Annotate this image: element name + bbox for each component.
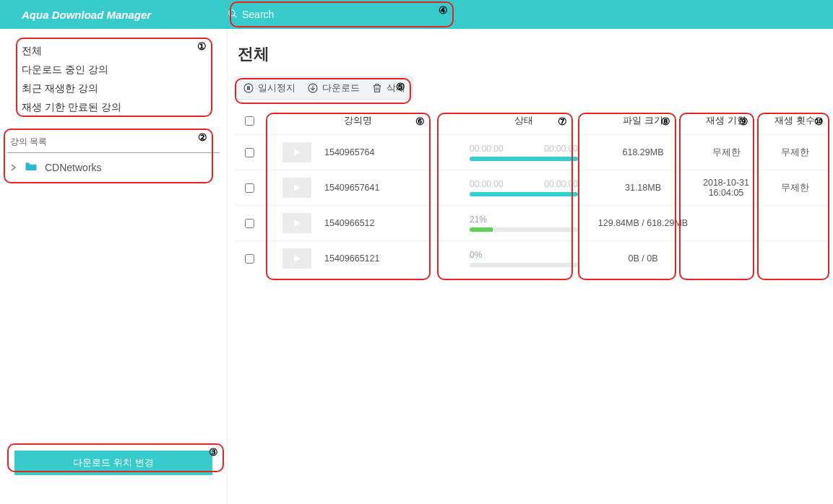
chevron-right-icon — [10, 162, 17, 173]
col-size: 파일 크기 — [596, 114, 690, 127]
row-checkbox[interactable] — [245, 148, 254, 157]
grid-header: 강의명 상태 파일 크기 재생 기한 재생 횟수 — [235, 107, 826, 134]
sidebar-item-downloading[interactable]: 다운로드 중인 강의 — [22, 61, 205, 79]
catalog-title: 강의 목록 — [7, 133, 220, 153]
play-thumb-icon[interactable] — [282, 248, 311, 269]
row-status: 0% — [452, 250, 596, 267]
row-checkbox[interactable] — [245, 254, 254, 264]
content: 전체 일시정지 다운로드 삭제 강의명 — [228, 29, 833, 504]
change-download-location-button[interactable]: 다운로드 위치 변경 — [14, 451, 212, 475]
svg-point-0 — [229, 9, 235, 15]
tree-item-cdnetworks[interactable]: CDNetworks — [7, 153, 220, 181]
sidebar-item-recent[interactable]: 최근 재생한 강의 — [22, 79, 205, 98]
table-row: 15409665121 0% 0B / 0B — [235, 240, 826, 276]
col-status: 상태 — [452, 114, 596, 127]
search-box[interactable]: Search — [228, 9, 833, 21]
row-status: 21% — [452, 214, 596, 232]
select-all-checkbox[interactable] — [245, 116, 254, 126]
row-plays: 무제한 — [762, 147, 827, 159]
grid: 강의명 상태 파일 크기 재생 기한 재생 횟수 1540965764 00:0… — [235, 107, 826, 276]
row-size: 129.84MB / 618.29MB — [596, 217, 690, 229]
row-checkbox[interactable] — [245, 183, 254, 193]
tree-item-label: CDNetworks — [45, 162, 102, 173]
table-row: 15409657641 00:00:0000:00:00 31.18MB 201… — [235, 170, 826, 205]
toolbar: 일시정지 다운로드 삭제 — [235, 77, 413, 100]
row-status: 00:00:0000:00:00 — [452, 144, 596, 161]
svg-rect-3 — [247, 86, 250, 90]
row-status: 00:00:0000:00:00 — [452, 179, 596, 196]
row-expire: 무제한 — [690, 147, 762, 159]
play-thumb-icon[interactable] — [282, 142, 311, 162]
row-size: 618.29MB — [596, 147, 690, 158]
sidebar-item-all[interactable]: 전체 — [22, 42, 205, 61]
sidebar: 전체 다운로드 중인 강의 최근 재생한 강의 재생 기한 만료된 강의 강의 … — [0, 29, 228, 504]
row-name: 1540966512 — [324, 218, 375, 228]
filter-list: 전체 다운로드 중인 강의 최근 재생한 강의 재생 기한 만료된 강의 — [0, 29, 227, 126]
row-size: 31.18MB — [596, 182, 690, 194]
page-title: 전체 — [235, 39, 826, 77]
col-plays: 재생 횟수 — [762, 114, 827, 127]
row-checkbox[interactable] — [245, 219, 254, 228]
topbar: Aqua Download Manager Search — [0, 0, 833, 29]
table-row: 1540966512 21% 129.84MB / 618.29MB — [235, 205, 826, 240]
play-thumb-icon[interactable] — [282, 178, 311, 198]
download-button[interactable]: 다운로드 — [307, 82, 360, 95]
table-row: 1540965764 00:00:0000:00:00 618.29MB 무제한… — [235, 134, 826, 170]
pause-button[interactable]: 일시정지 — [243, 82, 295, 95]
col-name: 강의명 — [264, 114, 452, 127]
col-expire: 재생 기한 — [690, 114, 762, 127]
sidebar-item-expired[interactable]: 재생 기한 만료된 강의 — [22, 98, 205, 117]
app-brand: Aqua Download Manager — [0, 9, 228, 21]
catalog: 강의 목록 CDNetworks — [0, 126, 227, 181]
svg-line-1 — [234, 14, 237, 17]
row-size: 0B / 0B — [596, 253, 690, 264]
row-name: 1540965764 — [324, 147, 375, 157]
row-plays: 무제한 — [762, 182, 827, 194]
folder-icon — [25, 160, 38, 174]
delete-button[interactable]: 삭제 — [371, 82, 405, 95]
row-name: 15409657641 — [324, 183, 379, 193]
play-thumb-icon[interactable] — [282, 213, 311, 233]
row-expire: 2018-10-31 16:04:05 — [690, 178, 762, 198]
search-icon — [228, 9, 238, 21]
row-name: 15409665121 — [324, 253, 379, 264]
search-placeholder: Search — [242, 9, 274, 20]
